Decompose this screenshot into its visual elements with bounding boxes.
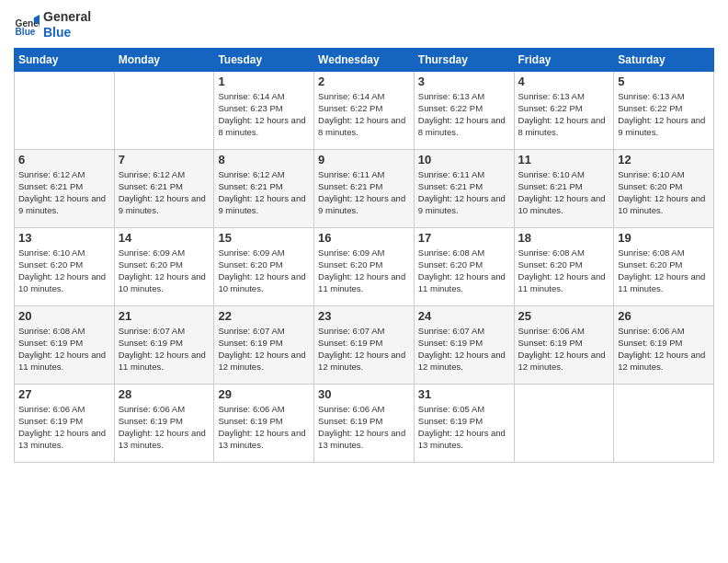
day-number: 5	[618, 75, 710, 88]
day-number: 23	[318, 309, 410, 323]
weekday-header-saturday: Saturday	[614, 48, 714, 71]
day-number: 25	[518, 309, 610, 323]
day-info: Sunrise: 6:07 AM Sunset: 6:19 PM Dayligh…	[418, 325, 510, 373]
day-info: Sunrise: 6:06 AM Sunset: 6:19 PM Dayligh…	[119, 403, 210, 452]
day-info: Sunrise: 6:13 AM Sunset: 6:22 PM Dayligh…	[618, 90, 710, 139]
day-number: 15	[218, 231, 310, 245]
day-number: 13	[18, 231, 110, 245]
day-number: 21	[119, 309, 210, 323]
day-cell	[614, 384, 714, 462]
day-info: Sunrise: 6:13 AM Sunset: 6:22 PM Dayligh…	[518, 90, 610, 139]
day-cell: 1Sunrise: 6:14 AM Sunset: 6:23 PM Daylig…	[214, 71, 314, 149]
day-cell: 30Sunrise: 6:06 AM Sunset: 6:19 PM Dayli…	[314, 384, 415, 462]
day-cell: 7Sunrise: 6:12 AM Sunset: 6:21 PM Daylig…	[114, 149, 214, 227]
day-number: 8	[218, 153, 310, 167]
week-row-1: 1Sunrise: 6:14 AM Sunset: 6:23 PM Daylig…	[15, 71, 714, 149]
day-number: 12	[618, 153, 710, 167]
day-cell	[514, 384, 614, 462]
day-number: 24	[418, 309, 510, 323]
day-cell: 18Sunrise: 6:08 AM Sunset: 6:20 PM Dayli…	[514, 227, 614, 305]
week-row-5: 27Sunrise: 6:06 AM Sunset: 6:19 PM Dayli…	[15, 384, 714, 462]
day-cell: 2Sunrise: 6:14 AM Sunset: 6:22 PM Daylig…	[314, 71, 415, 149]
day-cell: 5Sunrise: 6:13 AM Sunset: 6:22 PM Daylig…	[614, 71, 714, 149]
day-cell: 16Sunrise: 6:09 AM Sunset: 6:20 PM Dayli…	[314, 227, 415, 305]
day-info: Sunrise: 6:06 AM Sunset: 6:19 PM Dayligh…	[618, 325, 710, 373]
day-info: Sunrise: 6:08 AM Sunset: 6:19 PM Dayligh…	[18, 325, 110, 373]
day-info: Sunrise: 6:08 AM Sunset: 6:20 PM Dayligh…	[618, 247, 710, 295]
day-info: Sunrise: 6:10 AM Sunset: 6:20 PM Dayligh…	[618, 168, 710, 217]
day-number: 14	[119, 231, 210, 245]
day-number: 7	[119, 153, 210, 167]
logo-icon: General Blue	[14, 12, 40, 38]
day-cell: 23Sunrise: 6:07 AM Sunset: 6:19 PM Dayli…	[314, 305, 415, 384]
day-number: 17	[418, 231, 510, 245]
logo: General Blue General Blue	[14, 9, 91, 40]
weekday-header-sunday: Sunday	[15, 48, 115, 71]
weekday-header-tuesday: Tuesday	[214, 48, 314, 71]
logo-general: General	[43, 9, 91, 25]
day-number: 6	[18, 153, 110, 167]
day-cell: 31Sunrise: 6:05 AM Sunset: 6:19 PM Dayli…	[414, 384, 514, 462]
day-info: Sunrise: 6:08 AM Sunset: 6:20 PM Dayligh…	[418, 247, 510, 295]
page-header: General Blue General Blue	[14, 9, 714, 40]
day-cell	[114, 71, 214, 149]
day-number: 20	[18, 309, 110, 323]
day-cell: 13Sunrise: 6:10 AM Sunset: 6:20 PM Dayli…	[15, 227, 115, 305]
day-cell: 12Sunrise: 6:10 AM Sunset: 6:20 PM Dayli…	[614, 149, 714, 227]
day-number: 4	[518, 75, 610, 88]
day-info: Sunrise: 6:14 AM Sunset: 6:23 PM Dayligh…	[218, 90, 310, 139]
day-cell: 9Sunrise: 6:11 AM Sunset: 6:21 PM Daylig…	[314, 149, 415, 227]
day-info: Sunrise: 6:06 AM Sunset: 6:19 PM Dayligh…	[318, 403, 410, 452]
day-info: Sunrise: 6:06 AM Sunset: 6:19 PM Dayligh…	[518, 325, 610, 373]
weekday-header-monday: Monday	[114, 48, 214, 71]
day-number: 18	[518, 231, 610, 245]
weekday-header-row: SundayMondayTuesdayWednesdayThursdayFrid…	[15, 48, 714, 71]
day-info: Sunrise: 6:12 AM Sunset: 6:21 PM Dayligh…	[18, 168, 110, 217]
day-number: 3	[418, 75, 510, 88]
day-cell: 8Sunrise: 6:12 AM Sunset: 6:21 PM Daylig…	[214, 149, 314, 227]
day-cell: 29Sunrise: 6:06 AM Sunset: 6:19 PM Dayli…	[214, 384, 314, 462]
day-cell: 19Sunrise: 6:08 AM Sunset: 6:20 PM Dayli…	[614, 227, 714, 305]
day-info: Sunrise: 6:14 AM Sunset: 6:22 PM Dayligh…	[318, 90, 410, 139]
day-info: Sunrise: 6:07 AM Sunset: 6:19 PM Dayligh…	[218, 325, 310, 373]
svg-text:Blue: Blue	[16, 27, 36, 37]
day-cell: 4Sunrise: 6:13 AM Sunset: 6:22 PM Daylig…	[514, 71, 614, 149]
week-row-3: 13Sunrise: 6:10 AM Sunset: 6:20 PM Dayli…	[15, 227, 714, 305]
day-number: 10	[418, 153, 510, 167]
day-cell: 20Sunrise: 6:08 AM Sunset: 6:19 PM Dayli…	[15, 305, 115, 384]
weekday-header-friday: Friday	[514, 48, 614, 71]
day-cell: 10Sunrise: 6:11 AM Sunset: 6:21 PM Dayli…	[414, 149, 514, 227]
day-number: 29	[218, 387, 310, 401]
day-info: Sunrise: 6:07 AM Sunset: 6:19 PM Dayligh…	[119, 325, 210, 373]
day-info: Sunrise: 6:12 AM Sunset: 6:21 PM Dayligh…	[218, 168, 310, 217]
day-number: 26	[618, 309, 710, 323]
day-cell: 17Sunrise: 6:08 AM Sunset: 6:20 PM Dayli…	[414, 227, 514, 305]
day-number: 22	[218, 309, 310, 323]
day-number: 31	[418, 387, 510, 401]
day-cell: 22Sunrise: 6:07 AM Sunset: 6:19 PM Dayli…	[214, 305, 314, 384]
day-number: 1	[218, 75, 310, 88]
day-info: Sunrise: 6:13 AM Sunset: 6:22 PM Dayligh…	[418, 90, 510, 139]
day-number: 28	[119, 387, 210, 401]
day-number: 19	[618, 231, 710, 245]
day-cell	[15, 71, 115, 149]
logo-blue: Blue	[43, 25, 91, 40]
day-info: Sunrise: 6:06 AM Sunset: 6:19 PM Dayligh…	[18, 403, 110, 452]
day-info: Sunrise: 6:09 AM Sunset: 6:20 PM Dayligh…	[318, 247, 410, 295]
calendar-table: SundayMondayTuesdayWednesdayThursdayFrid…	[14, 48, 714, 463]
day-number: 16	[318, 231, 410, 245]
day-number: 9	[318, 153, 410, 167]
day-cell: 28Sunrise: 6:06 AM Sunset: 6:19 PM Dayli…	[114, 384, 214, 462]
day-info: Sunrise: 6:09 AM Sunset: 6:20 PM Dayligh…	[119, 247, 210, 295]
day-cell: 15Sunrise: 6:09 AM Sunset: 6:20 PM Dayli…	[214, 227, 314, 305]
weekday-header-thursday: Thursday	[414, 48, 514, 71]
day-info: Sunrise: 6:05 AM Sunset: 6:19 PM Dayligh…	[418, 403, 510, 452]
day-info: Sunrise: 6:07 AM Sunset: 6:19 PM Dayligh…	[318, 325, 410, 373]
day-number: 30	[318, 387, 410, 401]
day-cell: 21Sunrise: 6:07 AM Sunset: 6:19 PM Dayli…	[114, 305, 214, 384]
day-cell: 27Sunrise: 6:06 AM Sunset: 6:19 PM Dayli…	[15, 384, 115, 462]
day-number: 27	[18, 387, 110, 401]
day-cell: 6Sunrise: 6:12 AM Sunset: 6:21 PM Daylig…	[15, 149, 115, 227]
day-info: Sunrise: 6:11 AM Sunset: 6:21 PM Dayligh…	[418, 168, 510, 217]
week-row-2: 6Sunrise: 6:12 AM Sunset: 6:21 PM Daylig…	[15, 149, 714, 227]
